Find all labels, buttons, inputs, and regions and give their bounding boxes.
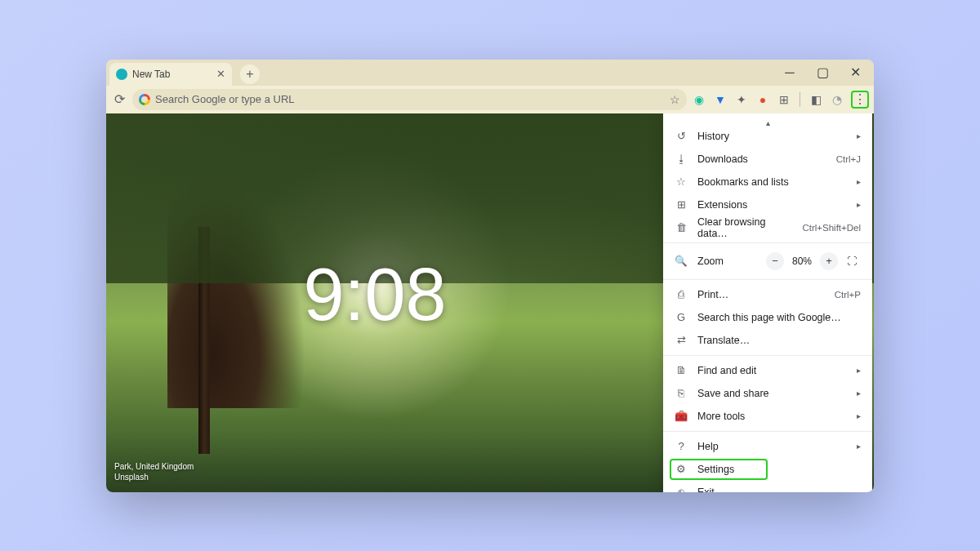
menu-accel: Ctrl+P	[835, 290, 861, 300]
menu-item-downloads[interactable]: ⭳ Downloads Ctrl+J	[663, 148, 872, 171]
chevron-right-icon: ▸	[857, 389, 861, 398]
chrome-menu: ▴ ↺ History ▸ ⭳ Downloads Ctrl+J ☆ Bookm…	[663, 113, 872, 492]
help-icon: ?	[675, 440, 688, 452]
menu-label: Save and share	[697, 388, 847, 399]
side-panel-icon[interactable]: ◧	[808, 92, 823, 107]
menu-item-bookmarks[interactable]: ☆ Bookmarks and lists ▸	[663, 171, 872, 193]
download-icon: ⭳	[675, 153, 688, 165]
translate-icon: ⇄	[675, 334, 688, 346]
document-search-icon: 🗎	[675, 364, 688, 376]
chevron-right-icon: ▸	[857, 411, 861, 420]
menu-item-search-page[interactable]: G Search this page with Google…	[663, 306, 872, 329]
zoom-icon: 🔍	[675, 255, 688, 267]
chevron-right-icon: ▸	[857, 442, 861, 451]
share-icon: ⎘	[675, 387, 688, 399]
attribution-source: Unsplash	[114, 472, 194, 482]
menu-accel: Ctrl+Shift+Del	[802, 223, 861, 233]
chevron-right-icon: ▸	[857, 200, 861, 209]
omnibox[interactable]: Search Google or type a URL ☆	[132, 89, 687, 110]
menu-item-history[interactable]: ↺ History ▸	[663, 125, 872, 148]
minimize-button[interactable]: ─	[774, 61, 805, 84]
fullscreen-button[interactable]: ⛶	[843, 252, 861, 270]
zoom-in-button[interactable]: +	[820, 252, 838, 270]
menu-item-more-tools[interactable]: 🧰 More tools ▸	[663, 405, 872, 428]
puzzle-icon[interactable]: ⊞	[777, 92, 791, 107]
menu-label: Bookmarks and lists	[697, 176, 847, 188]
tab-new-tab[interactable]: New Tab ✕	[109, 63, 232, 86]
menu-label: Zoom	[697, 256, 756, 267]
clock-display: 9:08	[303, 253, 446, 337]
favicon-icon	[116, 69, 127, 80]
bookmark-star-icon[interactable]: ☆	[670, 93, 680, 106]
zoom-value: 80%	[789, 256, 815, 267]
grammarly-icon[interactable]: ◉	[692, 92, 706, 107]
menu-label: Settings	[697, 464, 861, 475]
chrome-browser-window: New Tab ✕ + ─ ▢ ✕ ⟳ Search Google or typ…	[106, 60, 874, 492]
menu-label: Translate…	[697, 335, 861, 346]
menu-item-translate[interactable]: ⇄ Translate…	[663, 329, 872, 352]
menu-label: Downloads	[697, 153, 826, 165]
menu-separator	[663, 242, 872, 243]
menu-label: Extensions	[697, 199, 847, 211]
titlebar: New Tab ✕ + ─ ▢ ✕	[106, 60, 874, 86]
menu-label: Exit	[697, 487, 861, 492]
menu-label: History	[697, 131, 847, 142]
zoom-out-button[interactable]: −	[766, 252, 784, 270]
chevron-right-icon: ▸	[857, 131, 861, 140]
chevron-right-icon: ▸	[857, 366, 861, 375]
menu-item-help[interactable]: ? Help ▸	[663, 435, 872, 458]
toolbar: ⟳ Search Google or type a URL ☆ ◉ ▼ ✦ ● …	[106, 86, 874, 113]
exit-icon: ⎋	[675, 486, 688, 492]
menu-label: Find and edit	[697, 365, 847, 376]
plus-ext-icon[interactable]: ✦	[734, 92, 749, 107]
menu-separator	[663, 355, 872, 356]
menu-item-extensions[interactable]: ⊞ Extensions ▸	[663, 193, 872, 216]
toolbar-divider	[800, 92, 800, 107]
menu-item-exit[interactable]: ⎋ Exit	[663, 481, 872, 492]
maximize-button[interactable]: ▢	[807, 61, 838, 84]
opera-icon[interactable]: ●	[755, 92, 770, 107]
menu-separator	[663, 431, 872, 432]
menu-label: Print…	[697, 289, 825, 300]
menu-label: Search this page with Google…	[697, 312, 861, 323]
attribution-location: Park, United Kingdom	[114, 461, 194, 472]
menu-label: More tools	[697, 411, 847, 422]
menu-item-clear-data[interactable]: 🗑 Clear browsing data… Ctrl+Shift+Del	[663, 216, 872, 239]
menu-separator	[663, 279, 872, 280]
extensions-icon: ⊞	[675, 198, 688, 211]
menu-item-settings[interactable]: ⚙ Settings	[663, 458, 872, 481]
omnibox-placeholder: Search Google or type a URL	[155, 93, 665, 105]
tree-trunk-decor	[198, 227, 210, 454]
print-icon: ⎙	[675, 288, 688, 300]
new-tab-button[interactable]: +	[240, 64, 260, 84]
google-g-icon: G	[675, 311, 688, 323]
tab-title: New Tab	[132, 69, 170, 80]
close-tab-icon[interactable]: ✕	[216, 68, 225, 80]
trash-icon: 🗑	[675, 221, 688, 233]
menu-item-find[interactable]: 🗎 Find and edit ▸	[663, 359, 872, 382]
gear-icon: ⚙	[675, 463, 688, 475]
photo-attribution: Park, United Kingdom Unsplash	[114, 461, 194, 482]
zoom-controls: − 80% + ⛶	[766, 252, 861, 270]
menu-scroll-up-icon[interactable]: ▴	[663, 118, 872, 125]
reload-button[interactable]: ⟳	[111, 91, 127, 107]
menu-label: Clear browsing data…	[697, 216, 792, 239]
toolbox-icon: 🧰	[675, 410, 688, 422]
downloader-icon[interactable]: ▼	[713, 92, 728, 107]
menu-accel: Ctrl+J	[836, 154, 861, 164]
chevron-right-icon: ▸	[857, 177, 861, 186]
menu-item-zoom: 🔍 Zoom − 80% + ⛶	[663, 247, 872, 276]
kebab-menu-button[interactable]: ⋮	[851, 91, 869, 109]
profile-icon[interactable]: ◔	[830, 92, 844, 107]
history-icon: ↺	[675, 130, 688, 142]
google-icon	[139, 94, 150, 105]
extension-row: ◉ ▼ ✦ ● ⊞ ◧ ◔ ⋮	[692, 91, 869, 109]
menu-item-save[interactable]: ⎘ Save and share ▸	[663, 382, 872, 405]
menu-label: Help	[697, 441, 847, 452]
window-controls: ─ ▢ ✕	[774, 61, 871, 84]
star-icon: ☆	[675, 176, 688, 188]
close-window-button[interactable]: ✕	[840, 61, 871, 84]
content-area: 9:08 Park, United Kingdom Unsplash Todo …	[106, 113, 874, 492]
menu-item-print[interactable]: ⎙ Print… Ctrl+P	[663, 283, 872, 306]
